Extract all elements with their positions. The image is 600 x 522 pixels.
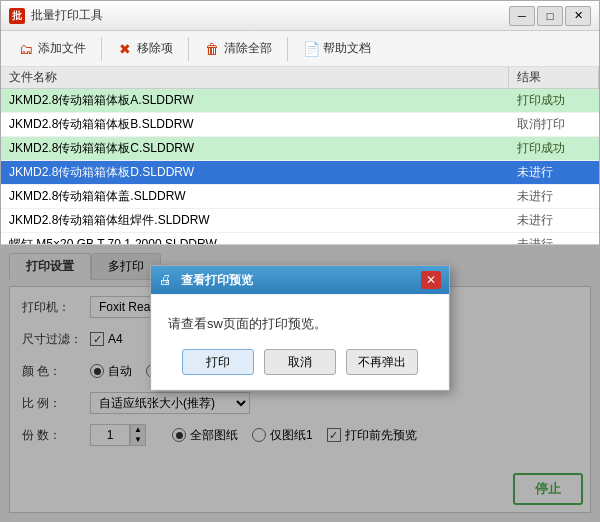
file-list-container: 文件名称 结果 JKMD2.8传动箱箱体板A.SLDDRW打印成功JKMD2.8…: [1, 67, 599, 245]
app-icon: 批: [9, 8, 25, 24]
window-controls: ─ □ ✕: [509, 6, 591, 26]
dialog-icon: 🖨: [159, 272, 175, 288]
modal-overlay: 🖨 查看打印预览 ✕ 请查看sw页面的打印预览。 打印 取消 不再弹出: [1, 245, 599, 521]
table-row[interactable]: JKMD2.8传动箱箱体板D.SLDDRW未进行: [1, 161, 599, 185]
add-file-label: 添加文件: [38, 40, 86, 57]
dialog-close-button[interactable]: ✕: [421, 271, 441, 289]
help-button[interactable]: 📄 帮助文档: [294, 36, 380, 61]
file-list: JKMD2.8传动箱箱体板A.SLDDRW打印成功JKMD2.8传动箱箱体板B.…: [1, 89, 599, 245]
separator-2: [188, 37, 189, 61]
help-icon: 📄: [303, 41, 319, 57]
header-name: 文件名称: [1, 67, 509, 88]
table-row[interactable]: JKMD2.8传动箱箱体组焊件.SLDDRW未进行: [1, 209, 599, 233]
file-list-header: 文件名称 结果: [1, 67, 599, 89]
table-row[interactable]: 螺钉 M5×20 GB T 70.1-2000.SLDDRW未进行: [1, 233, 599, 245]
file-result: 未进行: [509, 234, 599, 245]
remove-button[interactable]: ✖ 移除项: [108, 36, 182, 61]
dialog-print-button[interactable]: 打印: [182, 349, 254, 375]
file-result: 打印成功: [509, 90, 599, 111]
table-row[interactable]: JKMD2.8传动箱箱体板C.SLDDRW打印成功: [1, 137, 599, 161]
bottom-area: 打印设置 多打印 打印机： Foxit Reader 打印机设置 尺寸过滤：: [1, 245, 599, 521]
file-result: 未进行: [509, 162, 599, 183]
file-name: 螺钉 M5×20 GB T 70.1-2000.SLDDRW: [1, 234, 509, 245]
file-name: JKMD2.8传动箱箱体板D.SLDDRW: [1, 162, 509, 183]
dialog: 🖨 查看打印预览 ✕ 请查看sw页面的打印预览。 打印 取消 不再弹出: [150, 265, 450, 391]
table-row[interactable]: JKMD2.8传动箱箱体板B.SLDDRW取消打印: [1, 113, 599, 137]
minimize-button[interactable]: ─: [509, 6, 535, 26]
dialog-no-popup-button[interactable]: 不再弹出: [346, 349, 418, 375]
dialog-buttons: 打印 取消 不再弹出: [168, 349, 432, 375]
help-label: 帮助文档: [323, 40, 371, 57]
file-result: 未进行: [509, 186, 599, 207]
separator-1: [101, 37, 102, 61]
remove-label: 移除项: [137, 40, 173, 57]
add-file-button[interactable]: 🗂 添加文件: [9, 36, 95, 61]
remove-icon: ✖: [117, 41, 133, 57]
dialog-title-bar: 🖨 查看打印预览 ✕: [151, 266, 449, 294]
main-window: 批 批量打印工具 ─ □ ✕ 🗂 添加文件 ✖ 移除项 🗑 清除全部 📄 帮助文…: [0, 0, 600, 522]
table-row[interactable]: JKMD2.8传动箱箱体盖.SLDDRW未进行: [1, 185, 599, 209]
file-name: JKMD2.8传动箱箱体盖.SLDDRW: [1, 186, 509, 207]
file-name: JKMD2.8传动箱箱体板B.SLDDRW: [1, 114, 509, 135]
file-name: JKMD2.8传动箱箱体板C.SLDDRW: [1, 138, 509, 159]
toolbar: 🗂 添加文件 ✖ 移除项 🗑 清除全部 📄 帮助文档: [1, 31, 599, 67]
close-button[interactable]: ✕: [565, 6, 591, 26]
clear-label: 清除全部: [224, 40, 272, 57]
dialog-cancel-button[interactable]: 取消: [264, 349, 336, 375]
maximize-button[interactable]: □: [537, 6, 563, 26]
separator-3: [287, 37, 288, 61]
table-row[interactable]: JKMD2.8传动箱箱体板A.SLDDRW打印成功: [1, 89, 599, 113]
clear-all-button[interactable]: 🗑 清除全部: [195, 36, 281, 61]
title-bar: 批 批量打印工具 ─ □ ✕: [1, 1, 599, 31]
file-name: JKMD2.8传动箱箱体组焊件.SLDDRW: [1, 210, 509, 231]
clear-icon: 🗑: [204, 41, 220, 57]
file-result: 打印成功: [509, 138, 599, 159]
file-result: 取消打印: [509, 114, 599, 135]
dialog-body: 请查看sw页面的打印预览。 打印 取消 不再弹出: [152, 295, 448, 389]
header-result: 结果: [509, 67, 599, 88]
dialog-title: 查看打印预览: [181, 272, 421, 289]
add-file-icon: 🗂: [18, 41, 34, 57]
dialog-message: 请查看sw页面的打印预览。: [168, 315, 432, 333]
window-title: 批量打印工具: [31, 7, 509, 24]
file-result: 未进行: [509, 210, 599, 231]
file-name: JKMD2.8传动箱箱体板A.SLDDRW: [1, 90, 509, 111]
